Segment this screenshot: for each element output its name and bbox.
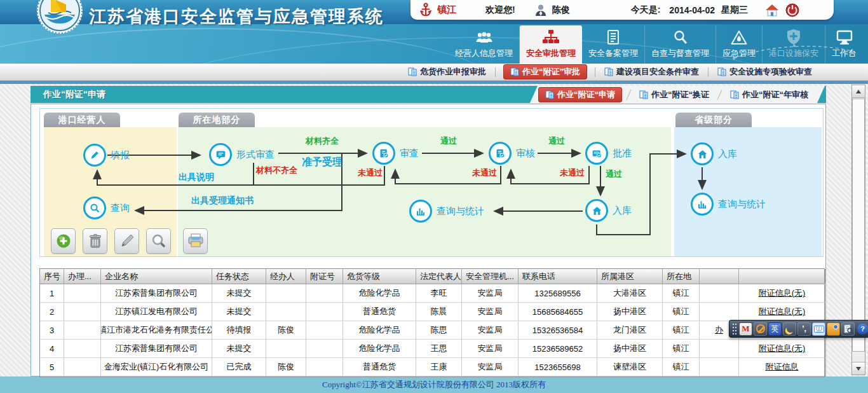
table-cell: 镇江 bbox=[663, 303, 700, 321]
flow-node-query-stats-province: 查询与统计 bbox=[691, 193, 766, 216]
scroll-up-button[interactable] bbox=[852, 85, 865, 98]
delete-button[interactable] bbox=[83, 228, 107, 254]
magnifier-icon bbox=[673, 26, 688, 45]
column-header bbox=[739, 269, 825, 284]
logout-power-icon[interactable] bbox=[785, 3, 800, 18]
subnav-safety-facility-acceptance[interactable]: 安全设施专项验收审查 bbox=[709, 65, 821, 79]
cert-info-link[interactable]: 附证信息(无) bbox=[759, 287, 806, 299]
tab-operator-info[interactable]: 经营人信息管理 bbox=[449, 25, 520, 64]
search-button[interactable] bbox=[146, 228, 171, 254]
ime-method-icon[interactable]: M bbox=[739, 322, 752, 336]
table-row: 5金海宏业(镇江)石化有限公司已完成陈俊普通危货王康安监局1523655698谏… bbox=[40, 358, 824, 376]
table-cell bbox=[306, 358, 343, 376]
cert-info-link[interactable]: 附证信息 bbox=[766, 361, 799, 373]
city-label: 镇江 bbox=[437, 4, 456, 16]
cert-info-link[interactable]: 附证信息(无) bbox=[759, 306, 806, 317]
add-button[interactable] bbox=[51, 228, 76, 254]
edit-button[interactable] bbox=[114, 228, 139, 254]
ime-punctuation-icon[interactable]: ’, bbox=[797, 322, 811, 336]
card-check-icon bbox=[585, 142, 608, 165]
scrollbar-thumb[interactable] bbox=[852, 99, 865, 352]
table-cell: 镇江市港龙石化港务有限责任公 bbox=[101, 321, 212, 339]
welcome-label: 欢迎您! bbox=[485, 4, 515, 16]
table-cell: 谏壁港区 bbox=[597, 358, 663, 376]
flow-node-query: 查询 bbox=[83, 197, 130, 219]
subnav-dangerous-cargo-approval[interactable]: 危货作业申报审批 bbox=[399, 65, 495, 79]
form-icon bbox=[510, 67, 519, 76]
flow-node-formal-review: 形式审查 bbox=[209, 143, 275, 166]
scroll-down-button[interactable] bbox=[852, 362, 865, 375]
table-cell: 龙门港区 bbox=[597, 321, 663, 339]
subnav-construction-safety-review[interactable]: 建设项目安全条件审查 bbox=[595, 65, 708, 79]
action-attached-cert-apply[interactable]: 作业“附证“申请 bbox=[538, 87, 622, 102]
table-cell: 江苏镇江发电有限公司 bbox=[101, 303, 212, 321]
flow-node-store-local: 入库 bbox=[585, 199, 632, 222]
table-body: 1江苏索普集团有限公司未提交危险化学品李旺安监局1325689556大港港区镇江… bbox=[40, 284, 824, 376]
search-icon bbox=[83, 197, 106, 219]
pencil-icon bbox=[119, 233, 135, 249]
weekday-value: 星期三 bbox=[721, 4, 748, 16]
column-header: 经办人 bbox=[266, 269, 306, 284]
table-cell: 李旺 bbox=[416, 284, 462, 302]
action-buttons: 作业“附证“申请 作业“附证“换证 作业“附证“年审核 bbox=[532, 86, 818, 103]
tab-emergency[interactable]: 应急管理 bbox=[716, 25, 763, 64]
ime-fullwidth-moon-icon[interactable] bbox=[783, 322, 796, 336]
table-header-row: 序号办理...企业名称任务状态经办人附证号危货等级法定代表人安全管理机...联系… bbox=[40, 269, 824, 284]
flow-node-query-stats-local: 查询与统计 bbox=[409, 200, 484, 223]
tab-port-security[interactable]: 港口设施保安 bbox=[763, 25, 825, 64]
ime-skin-palette-icon[interactable] bbox=[827, 322, 840, 336]
cert-info-link[interactable]: 附证信息(无) bbox=[759, 343, 806, 354]
subnav-attached-cert-approval[interactable]: 作业“附证”审批 bbox=[503, 64, 587, 79]
shield-icon bbox=[786, 26, 801, 45]
print-button[interactable] bbox=[183, 228, 208, 254]
triangle-down-icon bbox=[856, 367, 861, 371]
form-icon bbox=[604, 67, 613, 76]
pencil-icon bbox=[83, 144, 106, 167]
table-cell: 安监局 bbox=[462, 321, 519, 339]
table-cell: 江苏索普集团有限公司 bbox=[101, 340, 212, 357]
flow-label: 材料不齐全 bbox=[256, 165, 297, 176]
bar-chart-icon bbox=[409, 200, 432, 223]
table-cell: 未提交 bbox=[212, 284, 266, 302]
ime-lookup-icon[interactable] bbox=[841, 322, 855, 336]
tab-label: 工作台 bbox=[832, 48, 857, 59]
column-header: 企业名称 bbox=[101, 269, 212, 284]
action-attached-cert-renew[interactable]: 作业“附证“换证 bbox=[629, 89, 719, 100]
tab-self-inspection[interactable]: 自查与督查管理 bbox=[645, 25, 716, 64]
action-attached-cert-annual-review[interactable]: 作业“附证“年审核 bbox=[720, 89, 818, 100]
monitor-icon bbox=[836, 26, 853, 45]
table-cell: 王思 bbox=[416, 340, 462, 357]
table-cell: 安监局 bbox=[462, 358, 519, 376]
ime-help-icon[interactable]: ? bbox=[856, 322, 868, 336]
home-icon[interactable] bbox=[764, 3, 780, 18]
tab-safety-approval[interactable]: 安全审批管理 bbox=[520, 25, 582, 64]
column-header: 法定代表人 bbox=[416, 269, 462, 284]
flow-label: 准予受理 bbox=[302, 156, 342, 169]
users-icon bbox=[475, 26, 494, 45]
ime-disable-icon[interactable] bbox=[754, 322, 767, 336]
table-cell bbox=[266, 284, 306, 302]
table-cell: 5 bbox=[40, 358, 64, 376]
comment-icon bbox=[209, 143, 232, 166]
flow-label: 通过 bbox=[548, 135, 565, 147]
tab-safety-record[interactable]: 安全备案管理 bbox=[582, 25, 645, 64]
form-icon bbox=[639, 90, 648, 99]
sub-nav: 危货作业申报审批 作业“附证”审批 建设项目安全条件审查 安全设施专项验收审查 bbox=[0, 64, 868, 81]
trash-icon bbox=[88, 233, 102, 249]
flow-node-approve: 批准 bbox=[585, 142, 632, 165]
magnifier-icon bbox=[151, 233, 166, 249]
table-cell: 危险化学品 bbox=[343, 284, 416, 302]
printer-icon bbox=[187, 233, 204, 249]
tab-workbench[interactable]: 工作台 bbox=[825, 25, 863, 64]
ime-grip-handle[interactable] bbox=[732, 323, 737, 334]
handle-link[interactable]: 办 bbox=[715, 324, 723, 336]
ime-softkeyboard-icon[interactable] bbox=[812, 322, 825, 336]
table-cell: 陈俊 bbox=[266, 321, 306, 339]
user-name: 陈俊 bbox=[552, 4, 570, 16]
table-cell bbox=[306, 321, 343, 339]
app-window: 镇江 欢迎您! 陈俊 今天是: 2014-04-02 星期三 bbox=[0, 0, 868, 393]
flow-label: 未通过 bbox=[560, 167, 585, 179]
ime-language-toggle-icon[interactable]: 英 bbox=[768, 322, 782, 336]
table-cell: 未提交 bbox=[212, 303, 266, 321]
table-cell: 15685684655 bbox=[519, 303, 597, 321]
